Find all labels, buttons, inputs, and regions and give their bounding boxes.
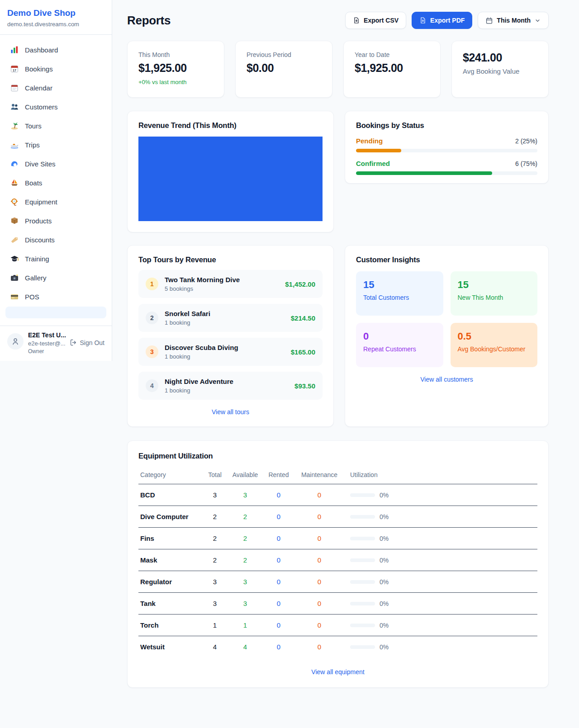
sign-out-icon (70, 339, 77, 346)
sidebar-item-tours[interactable]: Tours (5, 116, 106, 135)
rank-badge: 2 (146, 312, 158, 324)
insight-tile-avg-bookings: 0.5 Avg Bookings/Customer (451, 323, 538, 367)
package-icon (10, 216, 19, 225)
sidebar-header: Demo Dive Shop demo.test.divestreams.com (0, 0, 112, 35)
export-pdf-button[interactable]: Export PDF (412, 12, 472, 29)
sidebar-item-label: Tours (25, 122, 42, 130)
sidebar-item-label: Gallery (25, 274, 47, 282)
sidebar-item-dashboard[interactable]: Dashboard (5, 40, 106, 59)
island-icon (10, 121, 19, 130)
sidebar-item-label: Bookings (25, 65, 53, 73)
status-row-confirmed: Confirmed 6 (75%) (356, 160, 537, 175)
sidebar-item-label: Customers (25, 103, 58, 111)
sidebar-item-customers[interactable]: Customers (5, 97, 106, 116)
rank-badge: 3 (146, 345, 158, 358)
sidebar-item-calendar[interactable]: Calendar (5, 78, 106, 97)
view-all-tours-link[interactable]: View all tours (138, 408, 323, 416)
table-row: Fins 2 2 0 0 0% (138, 528, 537, 549)
user-email: e2e-tester@... (28, 340, 65, 347)
table-row: Tank 3 3 0 0 0% (138, 593, 537, 615)
table-row: BCD 3 3 0 0 0% (138, 484, 537, 506)
customer-insights-title: Customer Insights (356, 255, 537, 264)
sidebar-item-label: POS (25, 293, 39, 301)
calendar-icon (10, 83, 19, 92)
avatar (7, 333, 24, 350)
dive-mask-icon (10, 197, 19, 206)
calendar-outline-icon (485, 17, 493, 24)
chevron-down-icon (534, 17, 541, 24)
stat-card-year-to-date: Year to Date $1,925.00 (343, 41, 441, 98)
utilization-bar (350, 493, 375, 497)
sidebar-item-label: Boats (25, 179, 42, 187)
top-tours-title: Top Tours by Revenue (138, 255, 323, 264)
sidebar-item-label: Discounts (25, 236, 55, 244)
revenue-trend-chart (138, 137, 323, 221)
progress-track (356, 149, 537, 152)
sign-out-button[interactable]: Sign Out (70, 339, 104, 346)
utilization-bar (350, 602, 375, 605)
period-select[interactable]: This Month (478, 12, 549, 29)
status-row-pending: Pending 2 (25%) (356, 137, 537, 152)
utilization-bar (350, 624, 375, 627)
sidebar-item-products[interactable]: Products (5, 211, 106, 230)
table-row: Regulator 3 3 0 0 0% (138, 571, 537, 593)
sidebar-item-discounts[interactable]: Discounts (5, 230, 106, 249)
table-row: Dive Computer 2 2 0 0 0% (138, 506, 537, 528)
user-name: E2E Test U... (28, 331, 65, 339)
top-tours-card: Top Tours by Revenue 1 Two Tank Morning … (127, 245, 334, 427)
calendar-date-icon: 17 (10, 64, 19, 73)
speedboat-icon (10, 140, 19, 149)
user-role: Owner (28, 348, 65, 355)
insight-tile-repeat-customers: 0 Repeat Customers (356, 323, 443, 367)
sidebar-item-boats[interactable]: Boats (5, 173, 106, 192)
equipment-table: Category Total Available Rented Maintena… (138, 467, 537, 657)
rank-badge: 1 (146, 278, 158, 290)
equipment-utilization-card: Equipment Utilization Category Total Ava… (127, 440, 549, 688)
utilization-bar (350, 537, 375, 540)
sidebar-item-gallery[interactable]: Gallery (5, 268, 106, 287)
stat-card-previous-period: Previous Period $0.00 (235, 41, 332, 98)
table-row: Torch 1 1 0 0 0% (138, 615, 537, 636)
sidebar-item-dive-sites[interactable]: Dive Sites (5, 154, 106, 173)
graduation-cap-icon (10, 254, 19, 263)
credit-card-icon (10, 292, 19, 301)
svg-text:17: 17 (13, 69, 16, 72)
tag-icon (10, 235, 19, 244)
rank-badge: 4 (146, 379, 158, 392)
sidebar-item-label: Training (25, 255, 49, 263)
sidebar-item-trips[interactable]: Trips (5, 135, 106, 154)
person-icon (11, 337, 20, 346)
view-all-equipment-link[interactable]: View all equipment (138, 668, 537, 676)
sidebar-item-label: Equipment (25, 198, 57, 206)
sidebar-item-active-partial[interactable] (5, 307, 106, 318)
table-header-row: Category Total Available Rented Maintena… (138, 467, 537, 484)
people-icon (10, 102, 19, 111)
sidebar-item-bookings[interactable]: 17 Bookings (5, 59, 106, 78)
progress-track (356, 171, 537, 175)
sidebar-item-training[interactable]: Training (5, 249, 106, 268)
shop-name-link[interactable]: Demo Dive Shop (7, 8, 104, 18)
insight-tile-new-this-month: 15 New This Month (451, 271, 538, 316)
stat-card-this-month: This Month $1,925.00 +0% vs last month (127, 41, 224, 98)
sidebar-item-label: Products (25, 217, 52, 225)
insight-tile-total-customers: 15 Total Customers (356, 271, 443, 316)
sidebar-item-pos[interactable]: POS (5, 287, 106, 306)
view-all-customers-link[interactable]: View all customers (356, 376, 537, 383)
page-title: Reports (127, 14, 171, 28)
progress-fill-pending (356, 149, 401, 152)
export-csv-button[interactable]: Export CSV (345, 12, 406, 29)
wave-icon (10, 159, 19, 168)
user-section: E2E Test U... e2e-tester@... Owner Sign … (0, 326, 112, 361)
shop-domain: demo.test.divestreams.com (7, 21, 104, 28)
sidebar-item-label: Dive Sites (25, 160, 56, 168)
sidebar: Demo Dive Shop demo.test.divestreams.com… (0, 0, 112, 361)
table-row: Mask 2 2 0 0 0% (138, 549, 537, 571)
customer-insights-card: Customer Insights 15 Total Customers 15 … (345, 245, 549, 427)
stats-row: This Month $1,925.00 +0% vs last month P… (127, 41, 549, 98)
sidebar-item-equipment[interactable]: Equipment (5, 192, 106, 211)
sidebar-item-label: Dashboard (25, 46, 58, 54)
tour-row: 1 Two Tank Morning Dive 5 bookings $1,45… (138, 270, 323, 298)
sidebar-item-label: Trips (25, 141, 40, 149)
utilization-bar (350, 580, 375, 584)
sidebar-nav: Dashboard 17 Bookings Calendar Customers… (0, 35, 112, 326)
